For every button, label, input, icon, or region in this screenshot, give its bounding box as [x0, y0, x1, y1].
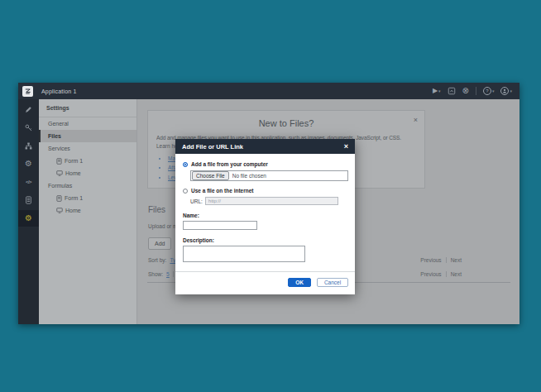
ok-button[interactable]: OK [288, 278, 311, 287]
help-icon[interactable]: ?▾ [483, 87, 495, 95]
sidebar-item-services[interactable]: Services [39, 142, 136, 155]
package-icon[interactable] [448, 87, 456, 95]
form-icon [56, 195, 62, 202]
url-label: URL: [190, 198, 203, 204]
show-5-link[interactable]: 5 [166, 271, 170, 277]
pencil-icon[interactable] [18, 101, 39, 117]
description-label: Description: [183, 237, 348, 243]
settings-gear-icon[interactable]: ⚙ [18, 210, 39, 227]
files-heading: Files [148, 205, 165, 214]
home-page-icon [56, 170, 63, 176]
url-row: URL: [190, 197, 348, 205]
computer-radio-label: Add a file from your computer [191, 161, 268, 167]
sidebar-item-services-form1[interactable]: Form 1 [39, 155, 136, 167]
cog-icon[interactable]: ⚙ [18, 155, 39, 172]
topbar-divider [476, 87, 476, 95]
next-link[interactable]: Next [451, 257, 462, 263]
sidebar-item-services-home[interactable]: Home [39, 167, 136, 179]
sidebar-item-formulas[interactable]: Formulas [39, 179, 136, 192]
cancel-button[interactable]: Cancel [317, 278, 348, 287]
home-page-icon [56, 208, 63, 213]
name-input[interactable] [183, 221, 257, 230]
file-status-text: No file chosen [232, 173, 266, 179]
add-file-dialog: Add File or URL Link × Add a file from y… [175, 139, 355, 294]
description-input[interactable] [183, 246, 305, 262]
app-logo-icon [22, 86, 33, 97]
sidebar-item-files[interactable]: Files [39, 130, 136, 142]
account-icon[interactable]: ▾ [500, 87, 512, 95]
internet-radio-label: Use a file on the internet [191, 188, 254, 194]
dialog-close-icon[interactable]: × [344, 142, 348, 151]
internet-radio-row: Use a file on the internet [183, 188, 348, 194]
sidebar-item-formulas-home[interactable]: Home [39, 204, 136, 217]
file-input[interactable]: Choose File No file chosen [190, 170, 348, 181]
previous-link[interactable]: Previous [420, 271, 441, 277]
dialog-body: Add a file from your computer Choose Fil… [175, 154, 355, 262]
sidebar-header: Settings [39, 99, 136, 117]
dialog-title: Add File or URL Link [182, 143, 243, 151]
sitemap-icon[interactable] [18, 137, 39, 154]
app-title: Application 1 [41, 88, 77, 94]
url-input[interactable] [205, 197, 338, 205]
banner-title: New to Files? [148, 118, 424, 128]
icon-rail: ⚙ </> ⚙ [18, 99, 39, 324]
pagination-top: Previous Next [420, 257, 462, 263]
add-file-button[interactable]: Add [148, 237, 171, 250]
close-circle-icon[interactable]: ⊗ [462, 87, 469, 95]
computer-radio[interactable] [183, 162, 188, 167]
next-link[interactable]: Next [451, 271, 462, 277]
sidebar-item-general[interactable]: General [39, 117, 136, 130]
computer-radio-row: Add a file from your computer [183, 161, 348, 167]
name-label: Name: [183, 213, 348, 218]
pagination-bottom: Previous Next [420, 271, 462, 277]
topbar-actions: ▶▾ ⊗ ?▾ ▾ [433, 87, 519, 95]
banner-close-icon[interactable]: × [414, 116, 418, 124]
form-icon [56, 158, 62, 165]
internet-radio[interactable] [183, 189, 188, 194]
top-bar: Application 1 ▶▾ ⊗ ?▾ ▾ [18, 83, 519, 99]
database-icon[interactable] [18, 192, 39, 208]
code-icon[interactable]: </> [18, 174, 39, 190]
play-icon[interactable]: ▶▾ [433, 88, 441, 94]
show-label: Show: [148, 271, 163, 277]
settings-sidebar: Settings General Files Services Form 1 H… [39, 99, 137, 324]
dialog-footer: OK Cancel [175, 271, 355, 294]
sidebar-item-formulas-form1[interactable]: Form 1 [39, 192, 136, 204]
dialog-header: Add File or URL Link × [175, 139, 355, 154]
choose-file-button[interactable]: Choose File [192, 171, 229, 180]
key-icon[interactable] [18, 119, 39, 136]
sort-by-label: Sort by: [148, 257, 166, 263]
previous-link[interactable]: Previous [420, 257, 441, 263]
